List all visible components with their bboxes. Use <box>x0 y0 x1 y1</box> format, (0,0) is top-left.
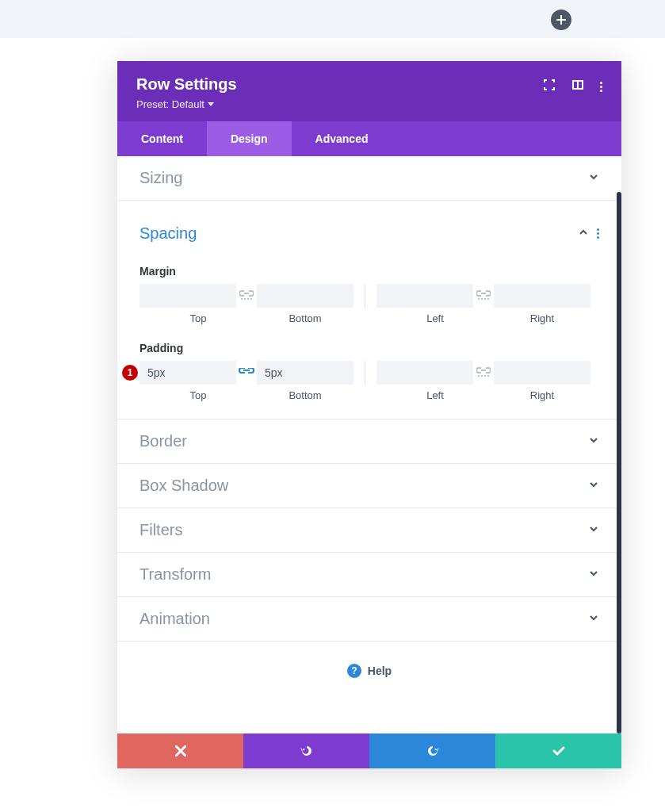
margin-bottom-input[interactable] <box>257 284 354 308</box>
right-label: Right <box>530 312 554 324</box>
section-header-filters[interactable]: Filters <box>117 508 621 552</box>
section-title: Animation <box>139 610 210 628</box>
margin-right-input[interactable] <box>494 284 590 308</box>
left-label: Left <box>426 389 444 401</box>
add-module-button[interactable] <box>551 10 571 30</box>
panel-icon[interactable] <box>571 79 584 94</box>
caret-down-icon <box>208 102 214 106</box>
section-title: Transform <box>139 565 211 584</box>
section-header-spacing[interactable]: Spacing <box>117 201 621 255</box>
chevron-down-icon <box>588 568 599 582</box>
divider <box>365 361 365 385</box>
section-title: Spacing <box>139 224 197 243</box>
section-menu-icon[interactable] <box>597 228 599 239</box>
preset-selector[interactable]: Preset: Default <box>136 98 237 110</box>
padding-bottom-input[interactable] <box>257 361 354 385</box>
chevron-down-icon <box>588 479 599 493</box>
chevron-down-icon <box>588 523 599 538</box>
link-icon[interactable] <box>236 290 257 301</box>
expand-icon[interactable] <box>543 79 556 94</box>
section-header-border[interactable]: Border <box>117 419 621 463</box>
scrollbar[interactable] <box>617 192 621 733</box>
annotation-badge-1: 1 <box>122 365 138 381</box>
link-icon[interactable] <box>473 367 494 378</box>
margin-left-input[interactable] <box>376 284 473 308</box>
tab-bar: Content Design Advanced <box>117 121 621 156</box>
divider <box>365 284 365 308</box>
row-settings-modal: Row Settings Preset: Default Content Des… <box>117 61 621 768</box>
header-menu-icon[interactable] <box>600 82 602 92</box>
left-label: Left <box>426 312 444 324</box>
section-box-shadow: Box Shadow <box>117 464 621 508</box>
save-button[interactable] <box>495 733 621 768</box>
modal-body: Sizing Spacing <box>117 156 621 733</box>
bottom-label: Bottom <box>289 389 321 401</box>
padding-top-input[interactable] <box>139 361 236 385</box>
section-header-sizing[interactable]: Sizing <box>117 156 621 200</box>
section-title: Border <box>139 432 187 450</box>
link-icon[interactable] <box>473 290 494 301</box>
tab-design[interactable]: Design <box>207 121 292 156</box>
margin-label: Margin <box>139 265 599 278</box>
cancel-button[interactable] <box>117 733 243 768</box>
padding-label: Padding <box>139 342 599 354</box>
tab-advanced[interactable]: Advanced <box>292 121 392 156</box>
chevron-down-icon <box>588 435 599 449</box>
modal-footer <box>117 733 621 768</box>
tab-content[interactable]: Content <box>117 121 207 156</box>
top-label: Top <box>190 389 207 401</box>
undo-button[interactable] <box>243 733 369 768</box>
section-sizing: Sizing <box>117 156 621 201</box>
section-title: Box Shadow <box>139 477 228 495</box>
section-border: Border <box>117 419 621 464</box>
padding-left-input[interactable] <box>376 361 473 385</box>
modal-title: Row Settings <box>136 75 237 94</box>
margin-top-input[interactable] <box>139 284 236 308</box>
chevron-up-icon <box>578 227 589 241</box>
section-header-box-shadow[interactable]: Box Shadow <box>117 464 621 508</box>
section-header-animation[interactable]: Animation <box>117 597 621 641</box>
section-title: Sizing <box>139 169 182 187</box>
padding-controls: 1 Top <box>139 361 599 401</box>
link-icon[interactable] <box>236 368 257 377</box>
section-header-transform[interactable]: Transform <box>117 553 621 596</box>
padding-right-input[interactable] <box>494 361 590 385</box>
modal-header: Row Settings Preset: Default <box>117 61 621 121</box>
help-icon: ? <box>347 664 361 678</box>
preset-label: Preset: Default <box>136 98 204 110</box>
section-spacing: Spacing Margin <box>117 201 621 419</box>
section-animation: Animation <box>117 597 621 642</box>
top-label: Top <box>190 312 207 324</box>
bottom-label: Bottom <box>289 312 321 324</box>
help-label: Help <box>368 665 392 677</box>
section-title: Filters <box>139 521 182 539</box>
right-label: Right <box>530 389 554 401</box>
section-transform: Transform <box>117 553 621 597</box>
chevron-down-icon <box>588 171 599 186</box>
chevron-down-icon <box>588 612 599 626</box>
margin-controls: Top Bottom <box>139 284 599 324</box>
help-row[interactable]: ? Help <box>117 642 621 700</box>
spacing-body: Margin Top <box>117 265 621 419</box>
redo-button[interactable] <box>369 733 495 768</box>
section-filters: Filters <box>117 508 621 553</box>
